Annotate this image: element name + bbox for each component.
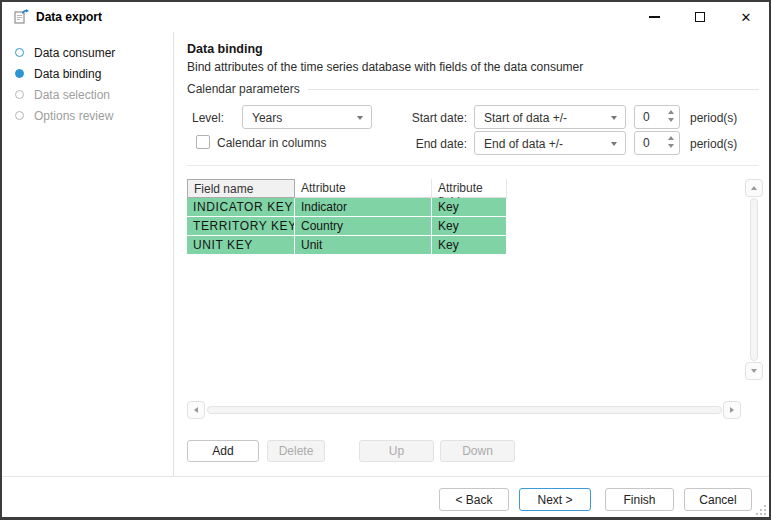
- down-button[interactable]: Down: [440, 440, 515, 462]
- window-title: Data export: [36, 10, 102, 24]
- wizard-steps-sidebar: Data consumer Data binding Data selectio…: [2, 32, 174, 476]
- calendar-parameters-group: Calendar parameters: [187, 82, 759, 96]
- up-down-arrows-icon[interactable]: [668, 110, 674, 122]
- arrow-right-icon: [730, 407, 734, 413]
- end-periods-label: period(s): [690, 137, 737, 151]
- cell-attribute[interactable]: Indicator: [295, 198, 432, 217]
- footer-separator: [2, 476, 769, 477]
- finish-button[interactable]: Finish: [605, 488, 674, 511]
- scroll-left-button[interactable]: [187, 401, 205, 419]
- end-offset-input[interactable]: [643, 136, 665, 150]
- maximize-icon: [695, 12, 705, 22]
- binding-table: Field name Attribute Attribute field IND…: [187, 179, 507, 255]
- chevron-down-icon: [611, 142, 617, 146]
- scroll-down-button[interactable]: [745, 362, 763, 380]
- resize-grip[interactable]: [756, 505, 766, 515]
- minimize-button[interactable]: [631, 2, 677, 32]
- step-circle-icon: [15, 111, 24, 120]
- level-label: Level:: [192, 111, 224, 125]
- step-circle-icon: [15, 69, 24, 78]
- start-offset-input[interactable]: [643, 110, 665, 124]
- arrow-left-icon: [194, 407, 198, 413]
- add-button[interactable]: Add: [187, 440, 259, 462]
- delete-button[interactable]: Delete: [267, 440, 325, 462]
- step-circle-icon: [15, 90, 24, 99]
- horizontal-scrollbar-track[interactable]: [207, 406, 722, 414]
- export-document-icon: [12, 8, 30, 26]
- scroll-up-button[interactable]: [745, 179, 763, 197]
- start-periods-label: period(s): [690, 111, 737, 125]
- arrow-down-icon: [751, 369, 757, 373]
- level-dropdown[interactable]: Years: [242, 105, 372, 129]
- cell-field-name[interactable]: TERRITORY KEY: [187, 217, 295, 236]
- start-date-label: Start date:: [400, 111, 467, 125]
- calendar-in-columns-label: Calendar in columns: [217, 136, 326, 150]
- cancel-button[interactable]: Cancel: [684, 488, 752, 511]
- cell-attribute[interactable]: Country: [295, 217, 432, 236]
- back-button[interactable]: < Back: [439, 488, 509, 511]
- close-icon: ✕: [741, 11, 752, 24]
- up-down-arrows-icon[interactable]: [668, 136, 674, 148]
- step-circle-icon: [15, 48, 24, 57]
- cell-attribute-field[interactable]: Key: [432, 236, 507, 255]
- vertical-scrollbar-track[interactable]: [750, 198, 758, 361]
- scroll-right-button[interactable]: [723, 401, 741, 419]
- step-data-consumer[interactable]: Data consumer: [2, 42, 173, 63]
- page-title: Data binding: [187, 42, 263, 56]
- cell-attribute-field[interactable]: Key: [432, 198, 507, 217]
- data-export-dialog: Data export ✕ Data consumer Data binding…: [0, 0, 771, 520]
- start-date-dropdown[interactable]: Start of data +/-: [474, 105, 626, 129]
- column-header-field-name[interactable]: Field name: [187, 179, 295, 198]
- maximize-button[interactable]: [677, 2, 723, 32]
- end-date-value: End of data +/-: [484, 137, 563, 151]
- cell-attribute[interactable]: Unit: [295, 236, 432, 255]
- chevron-down-icon: [611, 116, 617, 120]
- group-bottom-rule: [187, 165, 759, 166]
- minimize-icon: [649, 16, 660, 18]
- title-bar: Data export ✕: [2, 2, 769, 32]
- table-header: Field name Attribute Attribute field: [187, 179, 507, 198]
- chevron-down-icon: [357, 116, 363, 120]
- cell-field-name[interactable]: INDICATOR KEY: [187, 198, 295, 217]
- step-label: Data consumer: [34, 46, 115, 60]
- page-description: Bind attributes of the time series datab…: [187, 60, 583, 74]
- step-data-binding[interactable]: Data binding: [2, 63, 173, 84]
- start-offset-spinner[interactable]: [634, 105, 680, 129]
- table-row[interactable]: UNIT KEY Unit Key: [187, 236, 507, 255]
- end-date-label: End date:: [400, 137, 467, 151]
- step-label: Options review: [34, 109, 113, 123]
- table-row[interactable]: TERRITORY KEY Country Key: [187, 217, 507, 236]
- cell-attribute-field[interactable]: Key: [432, 217, 507, 236]
- start-date-value: Start of data +/-: [484, 111, 567, 125]
- level-value: Years: [252, 111, 282, 125]
- end-offset-spinner[interactable]: [634, 131, 680, 155]
- arrow-up-icon: [751, 186, 757, 190]
- group-label: Calendar parameters: [187, 82, 300, 96]
- step-data-selection[interactable]: Data selection: [2, 84, 173, 105]
- next-button[interactable]: Next >: [519, 488, 591, 511]
- close-button[interactable]: ✕: [723, 2, 769, 32]
- step-label: Data binding: [34, 67, 101, 81]
- column-header-attribute-field[interactable]: Attribute field: [432, 179, 507, 198]
- group-rule: [308, 89, 759, 90]
- calendar-in-columns-checkbox[interactable]: [196, 135, 210, 149]
- cell-field-name[interactable]: UNIT KEY: [187, 236, 295, 255]
- table-row[interactable]: INDICATOR KEY Indicator Key: [187, 198, 507, 217]
- up-button[interactable]: Up: [359, 440, 434, 462]
- step-options-review[interactable]: Options review: [2, 105, 173, 126]
- end-date-dropdown[interactable]: End of data +/-: [474, 131, 626, 155]
- step-label: Data selection: [34, 88, 110, 102]
- column-header-attribute[interactable]: Attribute: [295, 179, 432, 198]
